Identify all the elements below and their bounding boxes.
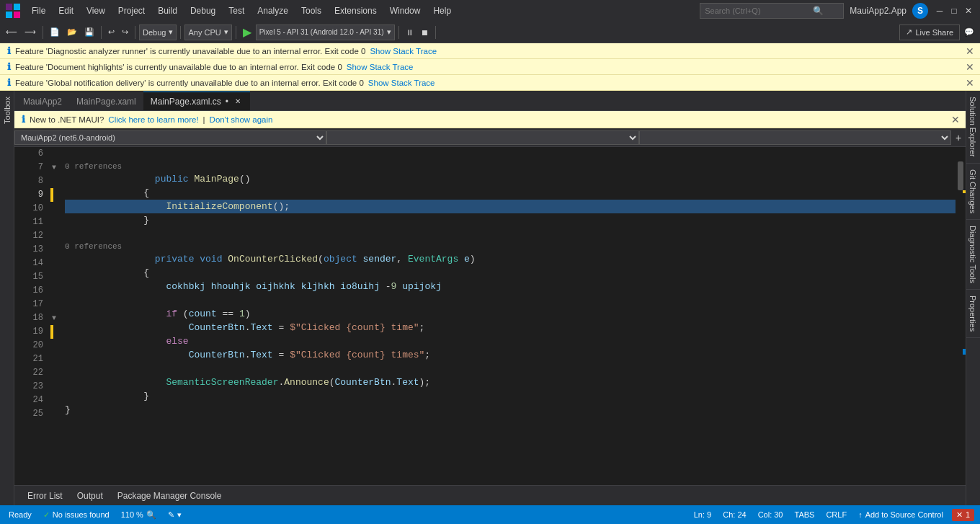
bottom-tab-error-list[interactable]: Error List	[20, 488, 70, 504]
line-info-status[interactable]: Ln: 9	[691, 509, 714, 521]
error-icon: ✕	[956, 510, 963, 520]
code-line-25	[65, 430, 956, 444]
user-avatar[interactable]: S	[912, 3, 928, 19]
tabs-status[interactable]: TABS	[791, 509, 817, 521]
annotation-status[interactable]: ✎ ▾	[165, 509, 184, 521]
run-button[interactable]: ▶	[240, 25, 254, 39]
maximize-button[interactable]: □	[948, 5, 960, 17]
menu-test[interactable]: Test	[223, 3, 250, 19]
source-control-status[interactable]: ↑ Add to Source Control	[855, 509, 946, 521]
menu-analyze[interactable]: Analyze	[251, 3, 294, 19]
ready-status[interactable]: Ready	[6, 509, 35, 520]
close-button[interactable]: ✕	[963, 5, 974, 17]
add-dropdown-btn[interactable]: +	[951, 130, 966, 145]
error-count: 1	[966, 510, 970, 519]
change-indicator-14	[50, 325, 53, 339]
properties-tab[interactable]: Properties	[966, 290, 980, 338]
collapse-12[interactable]: ▼	[52, 311, 56, 325]
live-share-button[interactable]: ↗ Live Share	[899, 25, 960, 40]
tab-mauiapp2[interactable]: MauiApp2	[16, 92, 69, 110]
class-dropdown[interactable]	[326, 130, 638, 145]
svg-rect-1	[14, 4, 20, 10]
show-stack-trace-link-1[interactable]: Show Stack Trace	[370, 47, 437, 55]
toolbar-save-btn[interactable]: 💾	[81, 25, 97, 40]
notification-close-1[interactable]: ✕	[966, 45, 974, 57]
zoom-status[interactable]: 110 % 🔍	[118, 509, 159, 521]
menu-tools[interactable]: Tools	[295, 3, 327, 19]
menu-debug[interactable]: Debug	[184, 3, 221, 19]
line-num-25: 25	[20, 407, 43, 421]
code-line-11	[65, 227, 956, 241]
solution-explorer-tab[interactable]: Solution Explorer	[966, 91, 980, 164]
menu-view[interactable]: View	[81, 3, 111, 19]
search-input[interactable]	[705, 6, 813, 15]
maui-info-icon: ℹ	[22, 114, 25, 125]
search-icon: 🔍	[813, 6, 824, 16]
git-changes-tab[interactable]: Git Changes	[966, 164, 980, 220]
notification-text-2: Feature 'Document highlights' is current…	[15, 63, 342, 71]
menu-project[interactable]: Project	[112, 3, 151, 19]
bottom-tab-output[interactable]: Output	[70, 488, 110, 504]
line-num-11: 11	[20, 216, 43, 229]
project-dropdown[interactable]: MauiApp2 (net6.0-android)	[14, 130, 326, 145]
diagnostic-tools-tab[interactable]: Diagnostic Tools	[966, 220, 980, 290]
chevron-down-icon: ▾	[169, 27, 173, 37]
target-dropdown[interactable]: Pixel 5 - API 31 (Android 12.0 - API 31)…	[256, 25, 395, 40]
menu-help[interactable]: Help	[427, 3, 457, 19]
error-badge-status[interactable]: ✕ 1	[952, 509, 974, 521]
toolbar-undo-btn[interactable]: ↩	[105, 25, 117, 40]
toolbox-label[interactable]: Toolbox	[3, 97, 12, 124]
ch-info-status[interactable]: Ch: 24	[720, 509, 749, 521]
col-info-status[interactable]: Col: 30	[755, 509, 786, 521]
menu-file[interactable]: File	[26, 3, 51, 19]
toolbar-sep-1	[43, 26, 43, 39]
feedback-btn[interactable]: 💬	[961, 25, 977, 40]
svg-rect-2	[6, 12, 12, 18]
crlf-status[interactable]: CRLF	[823, 509, 850, 521]
debug-config-dropdown[interactable]: Debug ▾	[139, 25, 177, 40]
platform-dropdown[interactable]: Any CPU ▾	[184, 25, 231, 40]
code-block-7: 0 references public MainPage()	[65, 161, 956, 186]
menu-window[interactable]: Window	[384, 3, 427, 19]
code-line-6	[65, 147, 956, 161]
info-icon-1: ℹ	[7, 45, 11, 56]
bottom-tabs: Error List Output Package Manager Consol…	[14, 485, 966, 505]
show-stack-trace-link-2[interactable]: Show Stack Trace	[347, 63, 414, 71]
code-editor[interactable]: 6 7 8 9 10 11 12 13 14 15 16 17 18 19 20…	[14, 147, 966, 485]
toolbar-stop-btn[interactable]: ⏹	[418, 25, 432, 40]
minimize-button[interactable]: ─	[934, 5, 945, 17]
maui-bar-close[interactable]: ✕	[951, 114, 960, 125]
toolbar-open-btn[interactable]: 📂	[64, 25, 80, 40]
menu-build[interactable]: Build	[152, 3, 183, 19]
tab-mainpage-xaml[interactable]: MainPage.xaml	[69, 92, 143, 110]
scrollbar-thumb[interactable]	[958, 161, 963, 190]
dont-show-again-link[interactable]: Don't show again	[210, 115, 273, 124]
toolbar-fwd-btn[interactable]: ⟶	[22, 25, 39, 40]
ref-count-7: 0 references	[65, 161, 956, 172]
toolbar-sep-2	[101, 26, 102, 39]
toolbar-pause-btn[interactable]: ⏸	[403, 25, 416, 40]
no-issues-status[interactable]: ✓ No issues found	[40, 509, 112, 521]
line-numbers: 6 7 8 9 10 11 12 13 14 15 16 17 18 19 20…	[14, 147, 50, 485]
menu-edit[interactable]: Edit	[53, 3, 79, 19]
tab-close-button[interactable]: ✕	[233, 97, 243, 107]
tab-mainpage-xaml-cs[interactable]: MainPage.xaml.cs • ✕	[143, 92, 250, 110]
menu-extensions[interactable]: Extensions	[329, 3, 383, 19]
search-box[interactable]: 🔍	[700, 3, 844, 19]
code-line-21: SemanticScreenReader.Announce(CounterBtn…	[65, 376, 956, 389]
notification-close-2[interactable]: ✕	[966, 61, 974, 73]
collapse-7[interactable]: ▼	[52, 161, 56, 174]
notification-close-3[interactable]: ✕	[966, 77, 974, 89]
line-num-17: 17	[20, 298, 43, 311]
toolbar-redo-btn[interactable]: ↪	[119, 25, 131, 40]
chevron-down-icon: ▾	[224, 27, 228, 37]
show-stack-trace-link-3[interactable]: Show Stack Trace	[368, 79, 435, 87]
toolbar-back-btn[interactable]: ⟵	[3, 25, 20, 40]
method-dropdown[interactable]	[639, 130, 951, 145]
toolbar-new-btn[interactable]: 📄	[47, 25, 63, 40]
bottom-tab-package-manager[interactable]: Package Manager Console	[110, 488, 229, 504]
app-name: MauiApp2.App	[850, 6, 906, 16]
maui-learn-more-link[interactable]: Click here to learn more!	[108, 115, 198, 124]
code-lines: 0 references public MainPage() { Initial…	[65, 147, 956, 485]
editor-scrollbar[interactable]	[956, 147, 966, 485]
